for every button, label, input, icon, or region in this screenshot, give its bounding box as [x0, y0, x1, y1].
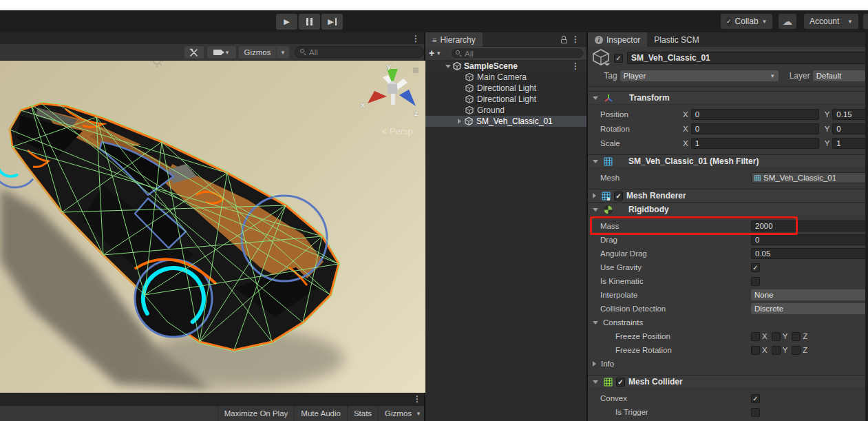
account-button[interactable]: Account ▼	[804, 14, 858, 29]
active-checkbox[interactable]: ✓	[614, 54, 623, 63]
inspector-tabbar: i Inspector Plastic SCM	[588, 32, 865, 47]
hierarchy-row[interactable]: Main Camera	[425, 72, 586, 83]
scene-camera-button[interactable]: ▼	[207, 46, 236, 59]
freeze-position-z-checkbox[interactable]	[792, 332, 801, 341]
foldout-open-icon[interactable]	[593, 96, 598, 100]
perspective-label[interactable]: < Persp	[382, 126, 413, 136]
position-x-field[interactable]: 0	[691, 109, 819, 120]
mesh-icon	[754, 175, 761, 181]
scene-search-field[interactable]	[295, 46, 424, 58]
game-gizmos-button[interactable]: Gizmos ▼	[378, 406, 424, 421]
scene-panel: ⋮ ▼ Gizmos ▼	[0, 32, 425, 421]
layer-dropdown[interactable]: Default	[813, 70, 865, 81]
hierarchy-row[interactable]: Ground	[425, 105, 586, 116]
chevron-down-icon: ▼	[770, 73, 775, 79]
collision-detection-dropdown[interactable]: Discrete	[751, 303, 865, 314]
collab-label: Collab	[735, 17, 759, 26]
create-object-button[interactable]: + ▼	[429, 48, 441, 59]
tab-plastic-scm[interactable]: Plastic SCM	[647, 32, 706, 47]
hierarchy-row[interactable]: Directional Light	[425, 83, 586, 94]
scene-tool-settings-button[interactable]	[184, 46, 204, 59]
gizmo-z-label[interactable]: z	[414, 109, 419, 117]
scene-menu-kebab-icon[interactable]: ⋮	[412, 34, 420, 43]
foldout-closed-icon[interactable]	[593, 361, 596, 367]
hierarchy-kebab-icon[interactable]: ⋮	[571, 35, 580, 43]
tag-dropdown[interactable]: Player ▼	[620, 70, 779, 81]
rotation-y-field[interactable]: 0	[832, 123, 865, 134]
scene-search-input[interactable]	[309, 48, 419, 57]
is-trigger-checkbox[interactable]	[751, 408, 760, 417]
mesh-filter-icon	[604, 157, 613, 166]
foldout-open-icon[interactable]	[593, 380, 598, 384]
mass-field[interactable]: 2000	[751, 220, 865, 232]
convex-checkbox[interactable]: ✓	[751, 394, 760, 403]
rotation-x-field[interactable]: 0	[691, 123, 819, 134]
gizmos-toggle-button[interactable]: Gizmos	[239, 46, 276, 59]
game-menu-kebab-icon[interactable]: ⋮	[413, 395, 421, 403]
freeze-position-y-checkbox[interactable]	[772, 332, 781, 341]
gizmo-x-label[interactable]: x	[361, 101, 365, 109]
gameobject-icon[interactable]	[592, 49, 610, 68]
freeze-rotation-y-checkbox[interactable]	[772, 346, 781, 355]
step-icon: ▶	[328, 17, 333, 26]
foldout-closed-icon[interactable]	[458, 119, 461, 124]
pause-button[interactable]	[299, 14, 320, 30]
cloud-services-button[interactable]: ☁	[779, 14, 796, 29]
scene-viewport[interactable]: y x z < Persp	[0, 61, 425, 393]
foldout-open-icon[interactable]	[593, 160, 598, 163]
lock-icon[interactable]	[561, 36, 568, 43]
scale-y-field[interactable]: 1	[832, 138, 865, 149]
gameobject-cube-icon	[465, 106, 474, 114]
mesh-renderer-header[interactable]: ✓ Mesh Renderer	[588, 189, 865, 203]
mesh-renderer-enabled-checkbox[interactable]: ✓	[614, 192, 623, 201]
hierarchy-row-scene[interactable]: SampleScene ⋮	[425, 61, 586, 72]
foldout-open-icon[interactable]	[593, 208, 598, 212]
mesh-collider-header[interactable]: ✓ Mesh Collider	[588, 375, 865, 389]
play-button[interactable]: ▶	[276, 14, 297, 30]
foldout-open-icon[interactable]	[593, 321, 598, 325]
list-icon: ≡	[432, 36, 436, 44]
convex-row: Convex ✓	[588, 391, 865, 405]
mesh-object-field[interactable]: SM_Veh_Classic_01	[751, 172, 865, 183]
drag-field[interactable]: 0	[751, 234, 865, 245]
interpolate-dropdown[interactable]: None	[751, 289, 865, 300]
maximize-on-play-button[interactable]: Maximize On Play	[218, 406, 295, 421]
hierarchy-search-input[interactable]	[465, 50, 579, 58]
mesh-collider-enabled-checkbox[interactable]: ✓	[616, 378, 625, 387]
gizmo-y-label[interactable]: y	[387, 62, 391, 70]
rigidbody-header[interactable]: Rigidbody	[588, 203, 865, 216]
hierarchy-row[interactable]: Directional Light	[425, 94, 586, 105]
tab-hierarchy[interactable]: ≡ Hierarchy	[425, 32, 483, 47]
gameobject-cube-icon	[465, 73, 474, 81]
hierarchy-tabbar: ≡ Hierarchy ⋮	[425, 32, 586, 47]
foldout-open-icon[interactable]	[445, 65, 451, 68]
foldout-closed-icon[interactable]	[593, 193, 596, 198]
collab-button[interactable]: ✓ Collab ▼	[721, 14, 772, 29]
mesh-filter-header[interactable]: SM_Veh_Classic_01 (Mesh Filter)	[588, 154, 865, 168]
hierarchy-empty-area[interactable]	[425, 127, 586, 421]
stats-button[interactable]: Stats	[347, 406, 378, 421]
freeze-rotation-z-checkbox[interactable]	[792, 346, 801, 355]
angular-drag-field[interactable]: 0.05	[751, 248, 865, 259]
scale-x-field[interactable]: 1	[691, 138, 819, 149]
position-y-field[interactable]: 0.15	[832, 109, 865, 120]
tab-inspector[interactable]: i Inspector	[588, 32, 647, 47]
info-foldout[interactable]: Info	[588, 357, 865, 371]
hierarchy-row-selected[interactable]: SM_Veh_Classic_01	[425, 116, 586, 127]
mute-audio-button[interactable]: Mute Audio	[294, 406, 347, 421]
gizmos-dropdown-button[interactable]: ▼	[277, 46, 289, 59]
gizmos-label: Gizmos	[244, 48, 271, 57]
interpolate-row: Interpolate None	[588, 288, 865, 302]
layers-button-cut[interactable]	[863, 14, 868, 29]
gameobject-name-field[interactable]: SM_Veh_Classic_01	[627, 52, 865, 64]
scale-row: Scale X 1 Y 1	[588, 136, 865, 150]
step-button[interactable]: ▶	[321, 14, 343, 30]
constraints-foldout[interactable]: Constraints	[588, 316, 865, 329]
transform-header[interactable]: Transform	[588, 91, 865, 105]
use-gravity-checkbox[interactable]: ✓	[751, 263, 760, 272]
freeze-position-x-checkbox[interactable]	[751, 332, 760, 341]
is-kinematic-checkbox[interactable]	[751, 277, 760, 286]
scene-row-kebab-icon[interactable]: ⋮	[571, 62, 580, 70]
hierarchy-search-field[interactable]	[450, 48, 584, 59]
freeze-rotation-x-checkbox[interactable]	[751, 346, 760, 355]
